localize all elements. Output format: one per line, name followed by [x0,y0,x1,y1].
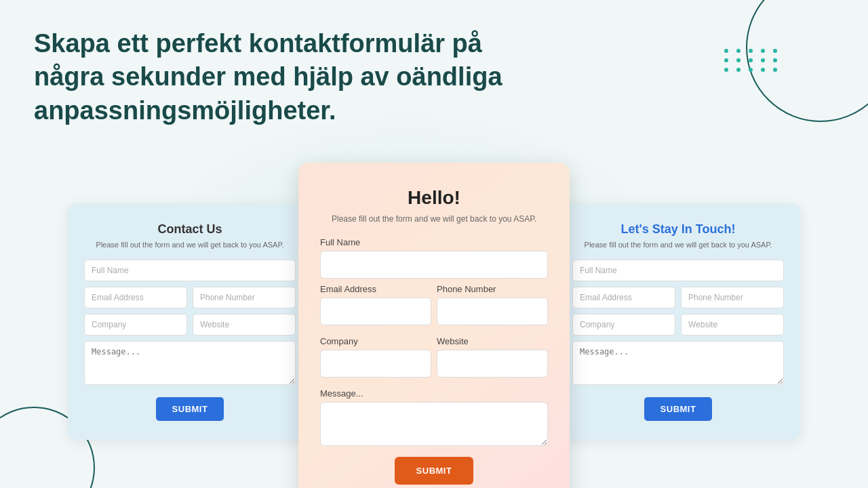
right-phone-input[interactable] [681,287,784,308]
center-phone-input[interactable] [437,298,548,325]
left-full-name-input[interactable] [84,260,296,281]
right-submit-button[interactable]: SUBMIT [644,397,713,421]
center-row-company-website: Company Website [320,336,548,383]
center-phone-label: Phone Number [437,284,548,294]
center-message-group: Message... [320,388,548,446]
left-submit-button[interactable]: SUBMIT [156,397,224,421]
right-message-input[interactable] [572,341,784,385]
right-row-email-phone [572,287,784,308]
center-website-label: Website [437,336,548,346]
center-row-email-phone: Email Address Phone Number [320,284,548,331]
center-full-name-label: Full Name [320,237,548,247]
left-message-input[interactable] [84,341,296,385]
card-left-subtitle: Please fill out the form and we will get… [84,241,296,249]
left-company-input[interactable] [84,314,187,336]
right-full-name-input[interactable] [572,260,784,281]
card-center-subtitle: Please fill out the form and we will get… [320,214,548,224]
center-website-group: Website [437,336,548,378]
page-title: Skapa ett perfekt kontaktformulär på någ… [34,27,509,127]
card-hello: Hello! Please fill out the form and we w… [298,163,570,488]
left-email-input[interactable] [84,287,187,308]
right-company-input[interactable] [572,314,675,336]
center-full-name-group: Full Name [320,237,548,279]
right-row-company-website [572,314,784,336]
forms-container: Contact Us Please fill out the form and … [0,163,868,488]
right-website-input[interactable] [681,314,784,336]
card-contact-us: Contact Us Please fill out the form and … [68,203,312,440]
left-website-input[interactable] [193,314,296,336]
center-company-group: Company [320,336,431,378]
right-email-input[interactable] [572,287,675,308]
center-message-input[interactable] [320,402,548,446]
center-message-label: Message... [320,388,548,399]
card-center-title: Hello! [320,187,548,209]
center-company-input[interactable] [320,350,431,378]
card-right-subtitle: Please fill out the form and we will get… [572,241,784,249]
center-email-group: Email Address [320,284,431,325]
left-phone-input[interactable] [193,287,296,308]
card-left-title: Contact Us [84,222,296,237]
left-row-email-phone [84,287,296,308]
dots-decoration [724,49,780,72]
center-company-label: Company [320,336,431,346]
card-right-title: Let's Stay In Touch! [572,222,784,237]
card-stay-in-touch: Let's Stay In Touch! Please fill out the… [556,203,800,440]
center-submit-button[interactable]: SUBMIT [395,457,474,485]
center-email-input[interactable] [320,298,431,325]
center-full-name-input[interactable] [320,251,548,279]
left-row-company-website [84,314,296,336]
center-email-label: Email Address [320,284,431,294]
header-section: Skapa ett perfekt kontaktformulär på någ… [34,27,509,127]
center-phone-group: Phone Number [437,284,548,325]
center-website-input[interactable] [437,350,548,378]
